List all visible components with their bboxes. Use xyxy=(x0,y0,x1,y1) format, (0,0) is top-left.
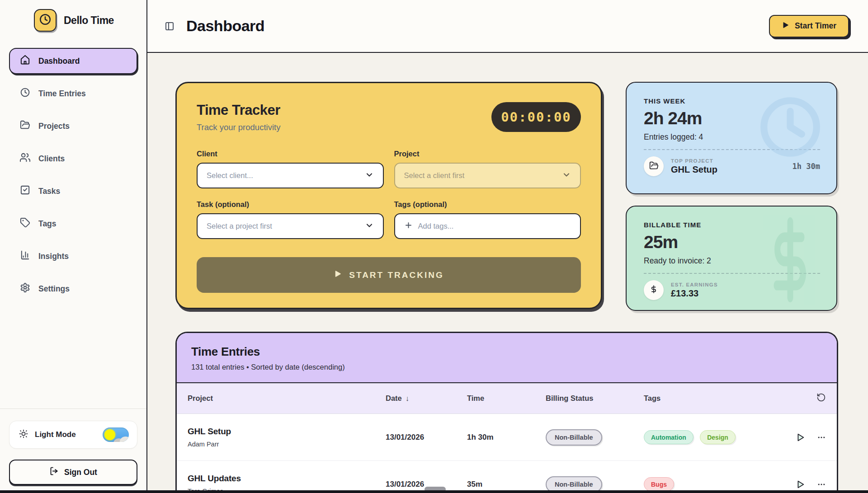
task-field-group: Task (optional) Select a project first xyxy=(197,200,384,239)
tags-input[interactable]: Add tags... xyxy=(394,213,581,239)
tag-badge: Design xyxy=(700,430,736,444)
folder-badge xyxy=(644,156,664,176)
dashed-divider xyxy=(644,273,820,274)
client-field-group: Client Select client... xyxy=(197,150,384,188)
tags-cell: Automation Design xyxy=(644,430,776,444)
stats-column: THIS WEEK 2h 24m Entries logged: 4 T xyxy=(626,82,837,311)
time-entries-section: Time Entries 131 total entries • Sorted … xyxy=(175,332,838,493)
table-row[interactable]: GHL Setup Adam Parr 13/01/2026 1h 30m No… xyxy=(177,414,837,461)
sidebar-footer: Light Mode Sign Out xyxy=(9,408,137,485)
sidebar-collapse-icon[interactable] xyxy=(163,19,176,33)
toggle-sun-knob xyxy=(104,429,115,440)
chevron-down-icon xyxy=(365,221,374,232)
this-week-title: THIS WEEK xyxy=(644,97,820,105)
billable-title: BILLABLE TIME xyxy=(644,221,820,229)
tag-badge: Automation xyxy=(644,430,693,444)
chevron-down-icon xyxy=(365,170,374,181)
tracker-form: Client Select client... Project xyxy=(197,150,581,239)
top-project-time: 1h 30m xyxy=(793,162,820,171)
app-window: Dello Time Dashboard Time Entries Projec… xyxy=(0,0,868,493)
chevron-down-icon xyxy=(562,170,571,181)
client-label: Client xyxy=(197,150,384,158)
column-header-tags[interactable]: Tags xyxy=(644,394,776,403)
project-select[interactable]: Select a client first xyxy=(394,163,581,188)
start-tracking-button[interactable]: START TRACKING xyxy=(197,257,581,293)
play-entry-button[interactable] xyxy=(795,479,805,489)
app-logo: Dello Time xyxy=(9,9,137,32)
sidebar-item-tasks[interactable]: Tasks xyxy=(9,178,137,204)
task-select[interactable]: Select a project first xyxy=(197,213,384,239)
sidebar-item-label: Clients xyxy=(38,154,65,164)
sidebar-item-insights[interactable]: Insights xyxy=(9,243,137,269)
task-select-placeholder: Select a project first xyxy=(207,222,272,230)
check-square-icon xyxy=(20,185,30,197)
row-menu-button[interactable] xyxy=(817,480,826,489)
row-actions xyxy=(776,479,826,489)
theme-toggle[interactable] xyxy=(103,427,129,442)
earnings-label: EST. EARNINGS xyxy=(671,282,718,287)
column-header-date[interactable]: Date ↓ xyxy=(386,394,467,403)
sidebar-item-clients[interactable]: Clients xyxy=(9,146,137,172)
billing-cell: Non-Billable xyxy=(546,429,644,446)
sidebar-item-label: Tasks xyxy=(38,187,60,196)
time-entries-header: Time Entries 131 total entries • Sorted … xyxy=(177,333,837,383)
sidebar-item-tags[interactable]: Tags xyxy=(9,211,137,237)
tags-cell: Bugs xyxy=(644,477,776,491)
logo-clock-badge xyxy=(34,9,57,32)
project-label: Project xyxy=(394,150,581,158)
dollar-badge xyxy=(644,280,664,300)
row-menu-button[interactable] xyxy=(817,433,826,442)
entry-client-name: Adam Parr xyxy=(188,441,386,448)
start-timer-label: Start Timer xyxy=(795,21,836,31)
app-title: Dello Time xyxy=(64,14,114,27)
client-select[interactable]: Select client... xyxy=(197,163,384,188)
clock-icon xyxy=(20,87,30,100)
earnings-info: EST. EARNINGS £13.33 xyxy=(671,282,718,299)
play-icon xyxy=(334,270,342,280)
folder-open-icon xyxy=(649,161,659,172)
start-timer-button[interactable]: Start Timer xyxy=(769,15,849,38)
timer-display: 00:00:00 xyxy=(491,102,581,132)
main-area: Dashboard Start Timer Time Tracker Track… xyxy=(147,0,868,493)
toggle-cloud xyxy=(120,437,129,442)
entry-time: 1h 30m xyxy=(467,433,546,442)
column-header-time[interactable]: Time xyxy=(467,394,546,403)
gear-icon xyxy=(20,282,30,295)
top-project-info: TOP PROJECT GHL Setup xyxy=(671,158,717,175)
project-field-group: Project Select a client first xyxy=(394,150,581,188)
billable-total: 25m xyxy=(644,232,820,252)
sidebar-item-label: Insights xyxy=(38,252,69,261)
refresh-button[interactable] xyxy=(776,393,826,404)
sidebar-item-settings[interactable]: Settings xyxy=(9,276,137,302)
billing-status-badge: Non-Billable xyxy=(546,429,602,446)
sign-out-button[interactable]: Sign Out xyxy=(9,460,137,485)
billable-time-card: BILLABLE TIME 25m Ready to invoice: 2 xyxy=(626,206,837,311)
sidebar-item-label: Settings xyxy=(38,284,70,294)
top-project-label: TOP PROJECT xyxy=(671,158,717,164)
play-entry-button[interactable] xyxy=(795,432,805,442)
sidebar-item-label: Dashboard xyxy=(38,56,80,66)
sidebar-item-label: Tags xyxy=(38,219,57,229)
sort-descending-icon: ↓ xyxy=(406,394,409,403)
dashboard-content: Time Tracker Track your productivity 00:… xyxy=(147,53,868,493)
sidebar-divider xyxy=(0,408,146,409)
play-icon xyxy=(782,21,789,31)
table-row[interactable]: GHL Updates Tara Grimes 13/01/2026 35m N… xyxy=(177,461,837,493)
this-week-total: 2h 24m xyxy=(644,108,820,128)
light-mode-card: Light Mode xyxy=(9,421,137,449)
bar-chart-icon xyxy=(20,250,30,263)
top-project-name: GHL Setup xyxy=(671,164,717,175)
column-header-billing-status[interactable]: Billing Status xyxy=(546,394,644,403)
sidebar: Dello Time Dashboard Time Entries Projec… xyxy=(0,0,147,493)
tags-input-placeholder: Add tags... xyxy=(418,222,454,230)
time-entries-title: Time Entries xyxy=(191,345,817,359)
light-mode-label: Light Mode xyxy=(35,430,96,439)
sidebar-item-time-entries[interactable]: Time Entries xyxy=(9,80,137,107)
sidebar-item-dashboard[interactable]: Dashboard xyxy=(9,48,137,74)
client-select-placeholder: Select client... xyxy=(207,171,253,180)
top-project-row: TOP PROJECT GHL Setup 1h 30m xyxy=(644,156,820,176)
entries-logged: Entries logged: 4 xyxy=(644,132,820,142)
sidebar-item-label: Time Entries xyxy=(38,89,86,99)
column-header-project[interactable]: Project xyxy=(188,394,386,403)
sidebar-item-projects[interactable]: Projects xyxy=(9,113,137,139)
